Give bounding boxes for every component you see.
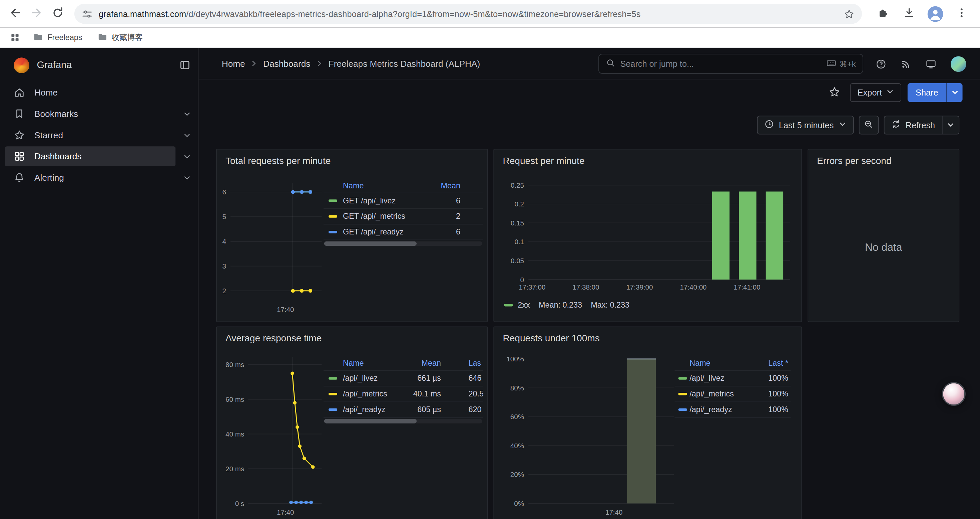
refresh-button[interactable]: Refresh: [884, 116, 942, 134]
column-header[interactable]: Last *: [768, 359, 788, 367]
arrow-right-icon: [30, 7, 42, 21]
puzzle-icon: [877, 7, 889, 21]
url-path: /d/deytv4rwavabkb/freeleaps-metrics-dash…: [186, 9, 640, 18]
refresh-control[interactable]: Refresh: [884, 115, 959, 134]
panel-request-per-minute[interactable]: Request per minute 0.250.20.150.10.05017…: [493, 149, 802, 322]
time-range-picker[interactable]: Last 5 minutes: [757, 115, 854, 134]
legend-scrollbar[interactable]: [324, 241, 482, 246]
back-button[interactable]: [4, 3, 26, 24]
legend-row[interactable]: /api/_livez661 µs646: [323, 371, 483, 386]
dashboard-header: Home Dashboards Freeleaps Metrics Dashbo…: [199, 48, 980, 80]
profile-button[interactable]: [926, 4, 944, 23]
export-button-label: Export: [858, 88, 882, 97]
column-header[interactable]: Mean: [421, 359, 441, 367]
legend-row[interactable]: GET /api/_livez6: [323, 193, 483, 209]
legend-scrollbar[interactable]: [324, 419, 482, 423]
zoom-out-button[interactable]: [859, 115, 878, 134]
legend-row[interactable]: /api/_metrics40.1 ms20.5 r: [323, 386, 483, 402]
reload-button[interactable]: [47, 3, 68, 24]
svg-text:0%: 0%: [514, 500, 524, 507]
panel-total-requests-per-minute[interactable]: Total requests per minute 6543217:40 Nam…: [216, 149, 488, 322]
refresh-interval-dropdown[interactable]: [942, 116, 959, 134]
sidebar-item-home[interactable]: Home: [0, 82, 198, 103]
panel-average-response-time[interactable]: Average response time 80 ms60 ms40 ms20 …: [216, 326, 488, 519]
legend-cell-mean: 661 µs: [417, 374, 441, 383]
svg-text:80%: 80%: [510, 384, 524, 392]
panel-title: Total requests per minute: [217, 150, 487, 173]
legend-series-name[interactable]: 2xx: [518, 301, 530, 310]
screen: grafana.mathmast.com/d/deytv4rwavabkb/fr…: [0, 0, 980, 519]
breadcrumb-dashboards[interactable]: Dashboards: [263, 58, 310, 69]
browser-menu-button[interactable]: [952, 4, 970, 23]
user-avatar[interactable]: [951, 56, 966, 72]
legend-row[interactable]: GET /api/_readyz6: [323, 224, 483, 240]
legend-row[interactable]: /api/_metrics100%: [675, 386, 791, 402]
forward-button[interactable]: [26, 3, 47, 24]
bookmark-star-icon[interactable]: [844, 8, 854, 19]
column-header[interactable]: Las: [468, 359, 481, 367]
svg-text:17:40: 17:40: [277, 508, 294, 516]
search-bar[interactable]: ⌘+k: [598, 54, 863, 74]
sidebar-item-dashboards[interactable]: Dashboards: [0, 145, 198, 167]
star-icon: [829, 86, 840, 99]
chevron-down-icon[interactable]: [175, 125, 198, 145]
series-color-icon: [678, 393, 687, 395]
legend-row[interactable]: GET /api/_metrics2: [323, 209, 483, 224]
search-input[interactable]: [620, 59, 821, 69]
panel-errors-per-second[interactable]: Errors per second No data: [808, 149, 959, 322]
svg-text:20 ms: 20 ms: [226, 465, 244, 473]
floating-assistant-avatar[interactable]: [942, 382, 966, 406]
monitor-icon[interactable]: [926, 58, 936, 69]
bookmark-folder-freeleaps[interactable]: Freeleaps: [27, 29, 88, 46]
column-header[interactable]: Name: [343, 181, 364, 190]
browser-toolbar: grafana.mathmast.com/d/deytv4rwavabkb/fr…: [0, 0, 980, 27]
svg-text:0 s: 0 s: [235, 500, 244, 507]
chevron-down-icon[interactable]: [175, 146, 198, 166]
svg-text:100%: 100%: [506, 355, 524, 363]
export-button[interactable]: Export: [850, 83, 901, 102]
share-button[interactable]: Share: [908, 83, 963, 102]
url-bar[interactable]: grafana.mathmast.com/d/deytv4rwavabkb/fr…: [75, 4, 862, 24]
panel-requests-under-100ms[interactable]: Requests under 100ms 100%80%60%40%20%0%1…: [493, 326, 802, 519]
scrollbar-thumb[interactable]: [324, 241, 417, 246]
series-color-icon: [329, 409, 337, 411]
extensions-button[interactable]: [873, 4, 892, 23]
help-icon[interactable]: [876, 58, 886, 69]
search-shortcut-text: ⌘+k: [840, 59, 856, 69]
site-settings-icon[interactable]: [82, 8, 92, 19]
share-button-label[interactable]: Share: [908, 83, 946, 102]
legend-row[interactable]: /api/_readyz100%: [675, 402, 791, 418]
legend-cell-name: /api/_livez: [689, 374, 724, 383]
sidebar-item-bookmarks[interactable]: Bookmarks: [0, 103, 198, 125]
chevron-down-icon: [838, 120, 846, 129]
legend-row[interactable]: /api/_readyz605 µs620: [323, 402, 483, 418]
column-header[interactable]: Name: [343, 359, 364, 367]
svg-text:40 ms: 40 ms: [226, 430, 244, 438]
legend-table-header: NameLast *: [675, 356, 791, 371]
chevron-down-icon[interactable]: [175, 104, 198, 124]
sidebar-item-alerting[interactable]: Alerting: [0, 167, 198, 188]
downloads-button[interactable]: [899, 4, 918, 23]
star-dashboard-button[interactable]: [825, 83, 843, 102]
star-icon: [14, 129, 25, 141]
legend-row[interactable]: /api/_livez100%: [675, 371, 791, 386]
chevron-down-icon[interactable]: [175, 168, 198, 188]
main-area: Home Dashboards Freeleaps Metrics Dashbo…: [199, 48, 980, 519]
svg-text:80 ms: 80 ms: [226, 361, 244, 368]
share-dropdown-button[interactable]: [946, 83, 963, 102]
column-header[interactable]: Mean: [441, 181, 460, 190]
bookmark-folder-blog[interactable]: 收藏博客: [92, 29, 148, 46]
chevron-right-icon: [316, 60, 323, 67]
series-color-icon: [329, 215, 337, 217]
sidebar-collapse-icon[interactable]: [179, 59, 191, 71]
news-rss-icon[interactable]: [900, 58, 911, 69]
brand-name: Grafana: [37, 59, 172, 71]
grafana-logo[interactable]: [14, 57, 29, 73]
column-header[interactable]: Name: [689, 359, 710, 367]
sidebar-item-starred[interactable]: Starred: [0, 125, 198, 146]
chevron-down-icon: [886, 88, 894, 97]
scrollbar-thumb[interactable]: [324, 419, 417, 423]
tab-groups-icon[interactable]: [6, 29, 24, 46]
breadcrumb-home[interactable]: Home: [222, 58, 245, 69]
panel-title: Request per minute: [494, 150, 801, 173]
